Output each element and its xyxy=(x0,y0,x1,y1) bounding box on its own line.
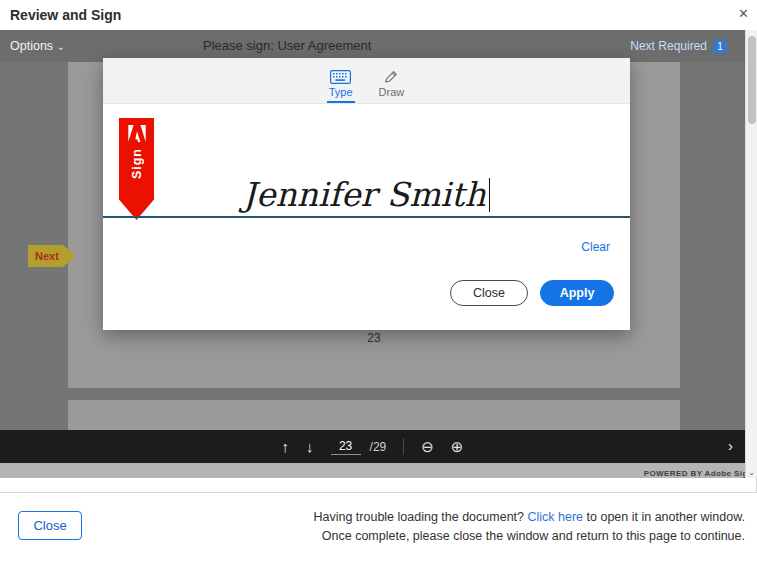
keyboard-icon xyxy=(330,70,351,84)
zoom-out-icon[interactable]: ⊖ xyxy=(421,439,434,454)
tab-type-label: Type xyxy=(329,86,353,98)
page-down-icon[interactable]: ↓ xyxy=(306,439,314,454)
signature-text: Jennifer Smith xyxy=(243,175,486,214)
page-up-icon[interactable]: ↑ xyxy=(282,439,290,454)
toolbar-divider xyxy=(403,438,404,455)
help-line-1: Having trouble loading the document? Cli… xyxy=(313,508,745,527)
help-line-1-pre: Having trouble loading the document? xyxy=(313,510,527,524)
help-text: Having trouble loading the document? Cli… xyxy=(313,508,745,546)
footer-panel: Close Having trouble loading the documen… xyxy=(0,492,757,568)
signature-dialog: Type Draw Sign Jennifer Smith Clear Clos… xyxy=(103,58,630,330)
adobe-logo-icon xyxy=(128,125,146,142)
pen-icon xyxy=(383,70,400,84)
footer-close-button[interactable]: Close xyxy=(18,511,82,540)
signature-panel: Sign Jennifer Smith Clear Close Apply xyxy=(103,104,630,329)
tab-draw-label: Draw xyxy=(379,86,405,98)
help-line-1-post: to open it in another window. xyxy=(583,510,745,524)
page-number-label: 23 xyxy=(68,331,680,345)
options-menu[interactable]: Options ⌄ xyxy=(10,30,65,63)
pdf-toolbar-controls: ↑ ↓ /29 ⊖ ⊕ xyxy=(0,430,745,463)
page-count-label: /29 xyxy=(370,440,387,454)
chevron-down-icon: ⌄ xyxy=(57,41,65,52)
tab-draw[interactable]: Draw xyxy=(377,66,407,103)
modal-close-button[interactable]: Close xyxy=(450,280,528,306)
toolbar-expand-icon[interactable]: › xyxy=(728,438,733,453)
title-bar: Review and Sign ✕ xyxy=(0,0,757,30)
signature-line xyxy=(103,216,630,218)
page-number-input[interactable] xyxy=(331,439,361,455)
zoom-in-icon[interactable]: ⊕ xyxy=(451,439,464,454)
powered-by-strip: POWERED BY Adobe Sign xyxy=(0,463,757,478)
scrollbar-thumb[interactable] xyxy=(748,36,756,124)
modal-actions: Close Apply xyxy=(450,280,614,306)
options-label: Options xyxy=(10,39,53,53)
signature-tabs: Type Draw xyxy=(103,58,630,104)
document-page-next xyxy=(68,400,680,430)
powered-by-label: POWERED BY Adobe Sign xyxy=(644,469,753,478)
text-caret xyxy=(489,178,491,212)
clear-link[interactable]: Clear xyxy=(581,240,610,254)
scrollbar[interactable]: ⌄ xyxy=(745,30,757,478)
signature-field[interactable]: Jennifer Smith xyxy=(103,175,630,214)
next-required-link[interactable]: Next Required1 xyxy=(630,30,727,62)
next-flag-label: Next xyxy=(35,250,59,262)
click-here-link[interactable]: Click here xyxy=(528,510,584,524)
pdf-toolbar: ↑ ↓ /29 ⊖ ⊕ › xyxy=(0,430,745,463)
next-required-label: Next Required xyxy=(630,39,707,53)
scrollbar-down-icon[interactable]: ⌄ xyxy=(746,468,757,477)
page-title: Review and Sign xyxy=(10,7,121,23)
close-icon[interactable]: ✕ xyxy=(738,6,749,21)
tab-type[interactable]: Type xyxy=(327,66,355,103)
help-line-2: Once complete, please close the window a… xyxy=(313,527,745,546)
required-count-badge: 1 xyxy=(713,40,727,54)
apply-button[interactable]: Apply xyxy=(540,280,614,306)
